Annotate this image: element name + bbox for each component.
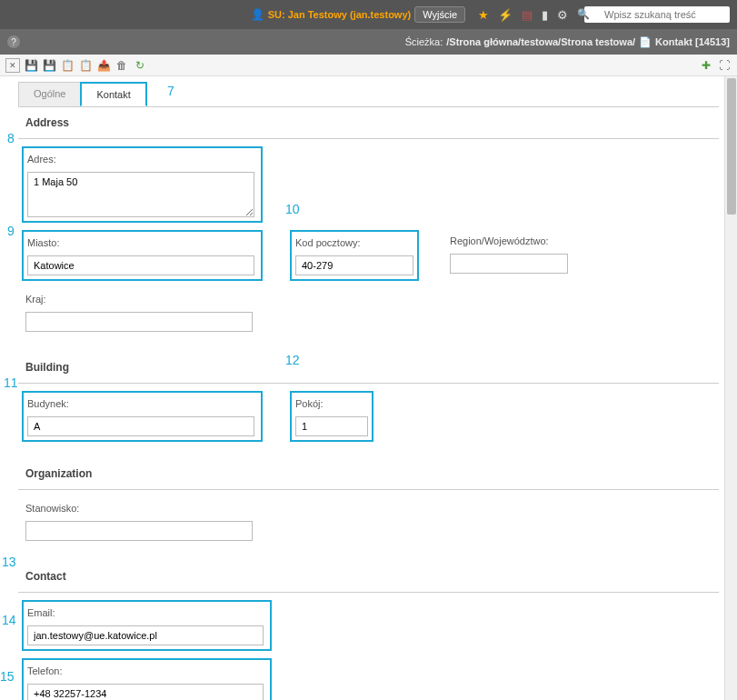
save-as-icon[interactable]: 💾 [42,58,56,73]
search-input[interactable] [584,6,730,23]
top-bar: 👤 SU: Jan Testowy (jan.testowy) Wyjście … [0,0,737,29]
kraj-label: Kraj: [25,292,259,306]
miasto-input[interactable] [27,255,254,275]
search-wrap [573,6,730,23]
section-address: Address Adres: Miasto: Kod pocztowy: [18,107,719,343]
field-pokoj: Pokój: [290,391,373,442]
star-icon[interactable]: ★ [478,8,489,22]
settings-icon[interactable]: ⚙ [557,8,568,22]
field-stanowisko: Stanowisko: [22,497,263,545]
kod-input[interactable] [295,255,413,275]
close-icon[interactable]: ✕ [5,58,20,73]
section-building: Building Budynek: Pokój: [18,352,719,449]
expand-icon[interactable]: ⛶ [717,58,732,73]
section-organization-header: Organization [18,458,719,490]
toolbar: ✕ 💾 💾 📋 📋 📤 🗑 ↻ ✚ ⛶ [0,55,737,76]
pokoj-input[interactable] [295,416,368,436]
trash-icon[interactable]: 🗑 [115,58,129,73]
scrollbar[interactable] [724,76,737,700]
main-area: Ogólne Kontakt Address Adres: Miasto: [0,76,737,700]
stanowisko-input[interactable] [25,521,253,541]
breadcrumb[interactable]: /Strona główna/testowa/Strona testowa/ [446,36,635,47]
form-container: Address Adres: Miasto: Kod pocztowy: [18,106,719,700]
help-icon[interactable]: ? [7,35,20,48]
copy-icon[interactable]: 📋 [60,58,75,73]
document-icon: 📄 [639,36,652,48]
field-adres: Adres: [22,146,263,223]
telefon-input[interactable] [27,684,264,700]
document-label: Kontakt [14513] [655,36,730,47]
bolt-icon[interactable]: ⚡ [498,8,513,22]
kod-label: Kod pocztowy: [295,235,413,250]
flag-icon[interactable]: ▮ [542,8,548,22]
section-organization: Organization Stanowisko: [18,458,719,552]
section-contact-header: Contact [18,561,719,593]
add-icon[interactable]: ✚ [699,58,713,73]
refresh-icon[interactable]: ↻ [133,58,147,73]
field-kraj: Kraj: [22,288,263,335]
tab-contact[interactable]: Kontakt [80,82,146,106]
field-budynek: Budynek: [22,391,263,442]
budynek-input[interactable] [27,416,254,436]
miasto-label: Miasto: [27,235,257,250]
email-input[interactable] [27,625,264,645]
paste-icon[interactable]: 📋 [78,58,93,73]
path-bar: ? Ścieżka: /Strona główna/testowa/Strona… [0,29,737,55]
adres-input[interactable] [27,172,254,217]
save-icon[interactable]: 💾 [24,58,38,73]
scrollbar-thumb[interactable] [727,78,736,215]
user-icon: 👤 [251,8,264,21]
content: Ogólne Kontakt Address Adres: Miasto: [0,76,737,700]
book-icon[interactable]: ▤ [522,8,533,22]
region-label: Region/Województwo: [450,234,568,248]
region-input[interactable] [450,254,568,274]
email-label: Email: [27,605,266,620]
budynek-label: Budynek: [27,396,257,411]
kraj-input[interactable] [25,312,253,332]
top-icons: ★ ⚡ ▤ ▮ ⚙ [478,8,568,22]
telefon-label: Telefon: [27,664,266,678]
adres-label: Adres: [27,152,257,166]
pokoj-label: Pokój: [295,396,368,411]
su-label: SU: Jan Testowy (jan.testowy) [268,9,412,20]
section-contact: Contact Email: Telefon: Kom: [18,561,719,700]
tab-general[interactable]: Ogólne [18,82,81,106]
field-region: Region/Województwo: [446,230,572,281]
section-address-header: Address [18,107,719,139]
field-miasto: Miasto: [22,230,263,281]
exit-button[interactable]: Wyjście [414,6,465,23]
section-building-header: Building [18,352,719,384]
stanowisko-label: Stanowisko: [25,501,259,515]
field-telefon: Telefon: [22,658,272,700]
field-email: Email: [22,600,272,651]
user-info: 👤 SU: Jan Testowy (jan.testowy) Wyjście [251,6,465,23]
path-label: Ścieżka: [405,36,443,47]
field-kod: Kod pocztowy: [290,230,419,281]
tabs: Ogólne Kontakt [0,76,737,106]
export-icon[interactable]: 📤 [96,58,111,73]
